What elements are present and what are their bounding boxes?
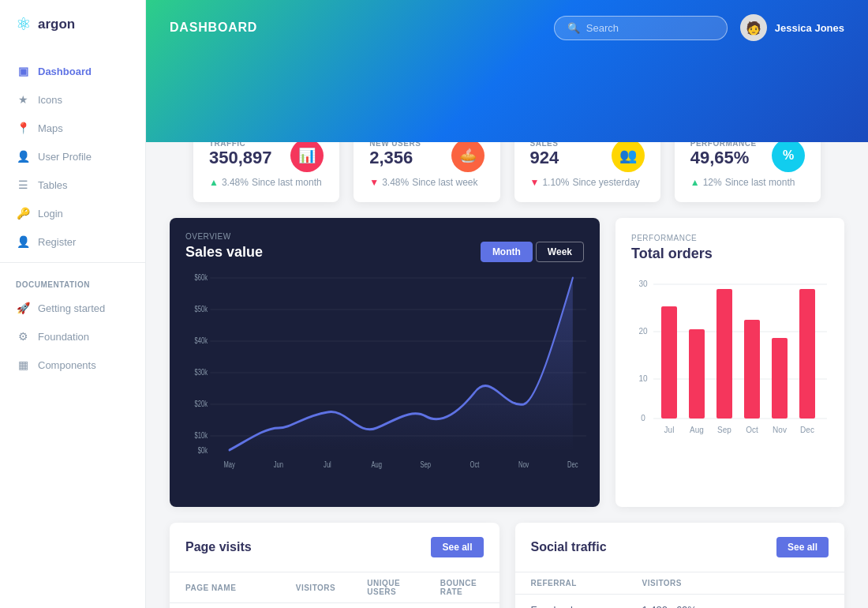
stat-icon-users: 🥧	[451, 142, 485, 172]
stat-icon-performance: %	[772, 142, 805, 172]
svg-rect-34	[799, 289, 815, 418]
svg-text:Jul: Jul	[324, 460, 331, 470]
page-visits-title: Page visits	[185, 540, 252, 554]
sidebar-item-label: Components	[38, 359, 96, 371]
social-traffic-see-all[interactable]: See all	[776, 537, 829, 557]
col-page-name: PAGE NAME	[170, 572, 280, 603]
icons-icon: ★	[16, 93, 30, 106]
svg-rect-29	[661, 306, 677, 418]
table-row: /argon/ 4,569 340 ▲ 46,53%	[170, 603, 499, 609]
svg-text:Nov: Nov	[518, 460, 529, 470]
stat-card-top: PERFORMANCE 49,65% %	[690, 142, 805, 172]
search-bar[interactable]: 🔍	[554, 16, 728, 40]
sidebar-item-user-profile[interactable]: 👤 User Profile	[0, 142, 145, 171]
svg-text:Jul: Jul	[664, 426, 675, 434]
change-pct: 1.10%	[542, 177, 569, 188]
change-arrow: ▲	[209, 177, 219, 188]
foundation-icon: ⚙	[16, 330, 30, 343]
col-unique: UNIQUE USERS	[351, 572, 425, 603]
svg-text:$60k: $60k	[195, 272, 208, 283]
progress-pct: 60%	[676, 604, 697, 608]
cell-referral: Facebook	[515, 595, 627, 609]
social-traffic-table: REFERRAL VISITORS Facebook 1,480 60% Fac…	[515, 572, 845, 608]
social-traffic-card: Social traffic See all REFERRAL VISITORS…	[515, 523, 845, 608]
svg-text:$30k: $30k	[195, 367, 208, 377]
sales-chart-card: OVERVIEW Sales value Month Week	[170, 218, 600, 507]
chart-controls: Month Week	[481, 242, 584, 262]
chart-header: OVERVIEW Sales value Month Week	[170, 218, 600, 262]
stat-value: 924	[530, 148, 559, 168]
svg-text:Dec: Dec	[567, 460, 578, 470]
stat-label: SALES	[530, 142, 559, 148]
stat-icon-sales: 👥	[612, 142, 645, 172]
getting-started-icon: 🚀	[16, 302, 30, 314]
svg-text:Sep: Sep	[717, 426, 731, 434]
sidebar-item-label: User Profile	[38, 151, 92, 163]
perf-label: PERFORMANCE	[631, 234, 829, 242]
cell-page: /argon/	[170, 603, 280, 609]
week-button[interactable]: Week	[536, 242, 584, 262]
user-area: 🧑 Jessica Jones	[740, 14, 844, 41]
header-top: DASHBOARD 🔍 🧑 Jessica Jones	[170, 0, 844, 49]
sidebar-item-foundation[interactable]: ⚙ Foundation	[0, 322, 145, 351]
sidebar-item-register[interactable]: 👤 Register	[0, 227, 145, 256]
svg-text:$20k: $20k	[195, 399, 208, 409]
month-button[interactable]: Month	[481, 242, 533, 262]
sidebar: ⚛ argon ▣ Dashboard ★ Icons 📍 Maps 👤 Use…	[0, 0, 146, 608]
svg-text:Oct: Oct	[470, 460, 480, 470]
sidebar-item-label: Getting started	[38, 302, 105, 314]
stat-label: TRAFFIC	[209, 142, 272, 148]
svg-text:Jun: Jun	[274, 460, 283, 470]
svg-text:Aug: Aug	[371, 460, 382, 470]
svg-text:Dec: Dec	[800, 426, 814, 434]
page-title: DASHBOARD	[170, 21, 257, 35]
page-visits-header: Page visits See all	[170, 523, 499, 572]
sidebar-item-getting-started[interactable]: 🚀 Getting started	[0, 294, 145, 322]
table-row: Facebook 1,480 60%	[515, 595, 845, 609]
change-pct: 12%	[703, 177, 722, 188]
search-icon: 🔍	[567, 22, 580, 34]
user-name: Jessica Jones	[775, 22, 844, 34]
svg-text:30: 30	[638, 280, 648, 288]
sidebar-item-dashboard[interactable]: ▣ Dashboard	[0, 57, 145, 85]
stat-change: ▼ 3.48% Since last week	[369, 177, 484, 188]
cell-bounce: ▲ 46,53%	[425, 603, 499, 609]
stat-info: PERFORMANCE 49,65%	[690, 142, 757, 168]
change-pct: 3.48%	[382, 177, 409, 188]
change-label: Since last week	[412, 177, 477, 188]
page-visits-table: PAGE NAME VISITORS UNIQUE USERS BOUNCE R…	[170, 572, 499, 608]
stat-card-top: TRAFFIC 350,897 📊	[209, 142, 324, 172]
page-visits-card: Page visits See all PAGE NAME VISITORS U…	[170, 523, 499, 608]
sidebar-item-label: Tables	[38, 179, 68, 191]
sidebar-item-label: Dashboard	[38, 66, 92, 77]
sidebar-item-maps[interactable]: 📍 Maps	[0, 114, 145, 142]
charts-row: OVERVIEW Sales value Month Week	[170, 218, 844, 507]
svg-text:Oct: Oct	[746, 426, 758, 434]
stat-change: ▲ 12% Since last month	[690, 177, 805, 188]
tables-icon: ☰	[16, 178, 30, 191]
sidebar-nav: ▣ Dashboard ★ Icons 📍 Maps 👤 User Profil…	[0, 49, 145, 608]
sidebar-item-label: Register	[38, 236, 76, 248]
orders-chart-card: PERFORMANCE Total orders 30 20 10 0	[615, 218, 844, 507]
sidebar-item-tables[interactable]: ☰ Tables	[0, 171, 145, 199]
change-label: Since yesterday	[572, 177, 639, 188]
sidebar-item-login[interactable]: 🔑 Login	[0, 199, 145, 227]
stat-info: NEW USERS 2,356	[369, 142, 421, 168]
stat-info: SALES 924	[530, 142, 559, 168]
svg-text:$0k: $0k	[198, 445, 208, 456]
sidebar-item-icons[interactable]: ★ Icons	[0, 85, 145, 114]
logo-icon: ⚛	[16, 14, 32, 35]
sidebar-item-components[interactable]: ▦ Components	[0, 351, 145, 379]
stat-value: 49,65%	[690, 148, 757, 168]
page-visits-see-all[interactable]: See all	[431, 537, 483, 557]
svg-rect-32	[744, 320, 760, 418]
stat-value: 2,356	[369, 148, 421, 168]
chart-title: Sales value	[185, 244, 263, 261]
logo-text: argon	[38, 17, 75, 32]
stat-card-top: NEW USERS 2,356 🥧	[369, 142, 484, 172]
svg-rect-30	[689, 329, 705, 418]
change-arrow: ▲	[690, 177, 700, 188]
search-input[interactable]	[586, 22, 713, 34]
dashboard-icon: ▣	[16, 65, 30, 77]
stat-info: TRAFFIC 350,897	[209, 142, 272, 168]
